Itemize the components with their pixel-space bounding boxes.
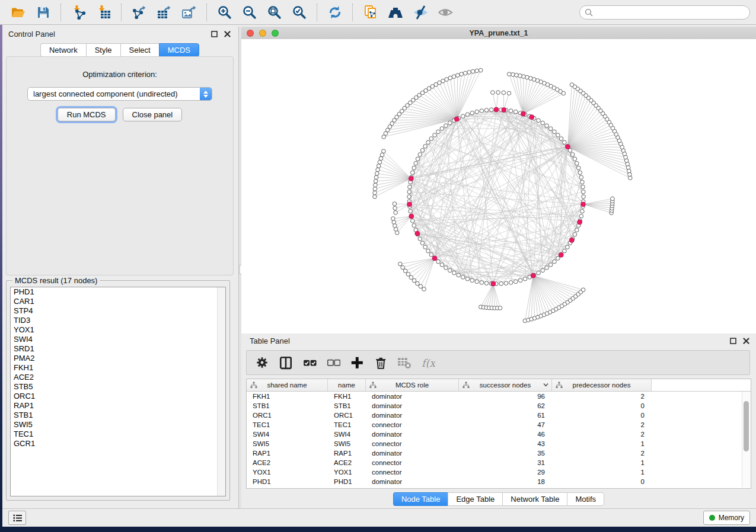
cell-successor-nodes: 96 — [459, 393, 552, 400]
tab-select[interactable]: Select — [120, 43, 159, 57]
add-column-icon-button[interactable] — [349, 355, 365, 370]
table-header-row: shared namenameMCDS rolesuccessor nodesp… — [247, 379, 751, 392]
cell-successor-nodes: 31 — [459, 459, 552, 466]
open-icon-button[interactable] — [9, 4, 27, 21]
mcds-result-item[interactable]: STB1 — [11, 411, 225, 420]
function-builder-icon: f(x) — [421, 355, 435, 370]
export-image-icon-button[interactable] — [180, 4, 198, 21]
delete-column-icon-button[interactable] — [372, 355, 389, 370]
cell-shared-name: FKH1 — [247, 393, 328, 400]
run-mcds-button[interactable]: Run MCDS — [58, 108, 116, 121]
table-row[interactable]: ACE2ACE2connector311 — [247, 458, 751, 467]
delete-column-icon — [374, 355, 388, 370]
tab-motifs[interactable]: Motifs — [567, 492, 604, 506]
table-scrollbar[interactable] — [742, 392, 750, 488]
cell-MCDS-role: connector — [366, 459, 459, 466]
column-header-shared-name[interactable]: shared name — [247, 379, 328, 391]
export-network-icon-button[interactable] — [130, 4, 148, 21]
svg-text:f(x): f(x) — [422, 357, 435, 369]
column-header-name[interactable]: name — [328, 379, 366, 391]
mcds-result-item[interactable]: PMA2 — [11, 354, 225, 363]
memory-label: Memory — [719, 514, 744, 522]
cell-predecessor-nodes: 0 — [552, 402, 652, 409]
main-toolbar-icons — [6, 4, 458, 21]
import-table-icon-button[interactable] — [95, 4, 113, 21]
cell-successor-nodes: 43 — [459, 440, 552, 447]
mcds-result-item[interactable]: GCR1 — [11, 439, 225, 448]
table-row[interactable]: PHD1PHD1dominator180 — [247, 477, 751, 486]
float-panel-icon[interactable] — [210, 30, 218, 38]
network-window-titlebar[interactable]: YPA_prune.txt_1 — [241, 27, 756, 40]
table-row[interactable]: FKH1FKH1dominator962 — [247, 392, 751, 401]
settings-icon-button[interactable] — [254, 355, 270, 370]
network-graph[interactable] — [241, 39, 756, 334]
column-header-predecessor-nodes[interactable]: predecessor nodes — [552, 379, 652, 391]
table-row[interactable]: ORC1ORC1dominator610 — [247, 411, 751, 420]
table-row[interactable]: SWI5SWI5connector431 — [247, 439, 751, 448]
export-table-icon — [157, 5, 172, 20]
column-header-successor-nodes[interactable]: successor nodes — [459, 379, 552, 391]
mcds-result-item[interactable]: TID3 — [11, 316, 225, 325]
deselect-all-icon-button[interactable] — [325, 355, 342, 370]
zoom-fit-icon-button[interactable] — [266, 4, 283, 21]
mcds-result-item[interactable]: YOX1 — [11, 325, 225, 335]
zoom-in-icon-button[interactable] — [216, 4, 234, 21]
mcds-result-item[interactable]: STB5 — [11, 382, 225, 392]
float-table-panel-icon[interactable] — [729, 336, 737, 345]
close-panel-icon[interactable] — [223, 30, 231, 38]
import-network-icon-button[interactable] — [70, 4, 88, 21]
task-history-button[interactable] — [8, 511, 26, 525]
network-window-title: YPA_prune.txt_1 — [241, 29, 756, 37]
tab-mcds[interactable]: MCDS — [159, 43, 199, 57]
mcds-result-item[interactable]: FKH1 — [11, 363, 225, 373]
table-row[interactable]: TEC1TEC1connector472 — [247, 420, 751, 430]
show-columns-icon-button[interactable] — [277, 355, 294, 370]
table-row[interactable]: STB1STB1dominator620 — [247, 401, 751, 411]
copy-style-icon-button[interactable] — [362, 4, 379, 21]
mcds-result-item[interactable]: STP4 — [11, 306, 225, 316]
table-scrollbar-thumb[interactable] — [744, 401, 749, 451]
refresh-icon-button[interactable] — [326, 4, 344, 21]
cell-successor-nodes: 35 — [459, 450, 552, 457]
graphics-details-icon-button[interactable] — [412, 4, 429, 21]
network-canvas[interactable] — [241, 39, 756, 334]
table-row[interactable]: SWI4SWI4dominator462 — [247, 430, 751, 439]
close-panel-button[interactable]: Close panel — [123, 108, 183, 121]
export-table-icon-button[interactable] — [155, 4, 173, 21]
column-header-MCDS-role[interactable]: MCDS role — [366, 379, 459, 391]
tab-network-table[interactable]: Network Table — [502, 492, 567, 506]
mcds-result-item[interactable]: TEC1 — [11, 430, 225, 439]
close-table-panel-icon[interactable] — [742, 336, 750, 345]
tab-style[interactable]: Style — [86, 43, 120, 57]
tab-edge-table[interactable]: Edge Table — [448, 492, 502, 506]
zoom-selected-icon-button[interactable] — [291, 4, 308, 21]
mcds-result-item[interactable]: PHD1 — [11, 287, 225, 297]
optimization-criterion-dropdown[interactable]: largest connected component (undirected) — [27, 87, 212, 101]
mcds-result-item[interactable]: SWI5 — [11, 420, 225, 430]
mcds-result-item[interactable]: SWI4 — [11, 335, 225, 344]
tab-network[interactable]: Network — [40, 43, 86, 57]
mcds-result-item[interactable]: SRD1 — [11, 344, 225, 354]
first-neighbors-icon-button[interactable] — [387, 4, 404, 21]
network-search-box[interactable] — [579, 5, 750, 20]
search-input[interactable] — [596, 8, 745, 17]
table-row[interactable]: RAP1RAP1dominator352 — [247, 448, 751, 458]
mcds-result-item[interactable]: ORC1 — [11, 392, 225, 401]
memory-button[interactable]: Memory — [703, 511, 750, 525]
mcds-result-list[interactable]: PHD1CAR1STP4TID3YOX1SWI4SRD1PMA2FKH1ACE2… — [10, 287, 226, 496]
cell-MCDS-role: dominator — [366, 393, 459, 400]
tab-node-table[interactable]: Node Table — [393, 492, 448, 506]
save-icon-button[interactable] — [34, 4, 52, 21]
cell-predecessor-nodes: 2 — [552, 431, 652, 438]
select-all-icon-button[interactable] — [301, 355, 318, 370]
mcds-result-title: MCDS result (17 nodes) — [12, 276, 100, 285]
zoom-out-icon-button[interactable] — [241, 4, 259, 21]
select-all-icon — [302, 355, 317, 370]
mcds-result-item[interactable]: CAR1 — [11, 297, 225, 306]
hide-selected-icon-button[interactable] — [436, 4, 454, 21]
deselect-all-icon — [326, 355, 340, 370]
table-row[interactable]: YOX1YOX1connector291 — [247, 467, 751, 477]
mcds-result-item[interactable]: RAP1 — [11, 401, 225, 411]
result-list-scrollbar[interactable] — [217, 287, 225, 496]
mcds-result-item[interactable]: ACE2 — [11, 373, 225, 382]
